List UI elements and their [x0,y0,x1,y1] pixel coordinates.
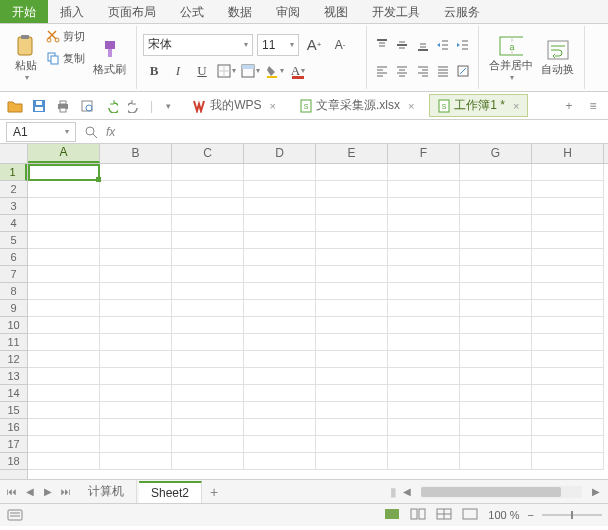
cell[interactable] [460,266,532,283]
cell[interactable] [388,300,460,317]
cell[interactable] [244,402,316,419]
row-header-2[interactable]: 2 [0,181,27,198]
cell[interactable] [532,249,604,266]
sheet-tab-2[interactable]: Sheet2 [139,481,202,503]
cell[interactable] [388,436,460,453]
cell[interactable] [28,385,100,402]
cell[interactable] [172,232,244,249]
font-color-button[interactable]: A▾ [287,60,309,82]
cell[interactable] [316,300,388,317]
cell[interactable] [388,385,460,402]
cell[interactable] [460,249,532,266]
copy-button[interactable]: 复制 [46,48,85,68]
cell[interactable] [532,164,604,181]
cell[interactable] [460,436,532,453]
cell[interactable] [172,419,244,436]
cell[interactable] [532,453,604,470]
cell[interactable] [388,419,460,436]
doc-tab-wps[interactable]: 我的WPS× [183,94,285,117]
row-header-4[interactable]: 4 [0,215,27,232]
font-name-select[interactable]: 宋体▾ [143,34,253,56]
cell[interactable] [100,453,172,470]
tab-dev[interactable]: 开发工具 [360,0,432,23]
cell[interactable] [28,215,100,232]
cell[interactable] [460,385,532,402]
cell[interactable] [460,181,532,198]
cell[interactable] [460,300,532,317]
cell[interactable] [244,351,316,368]
cell[interactable] [532,317,604,334]
cell[interactable] [244,436,316,453]
cell[interactable] [532,232,604,249]
cell[interactable] [100,402,172,419]
column-header-A[interactable]: A [28,144,100,163]
cell[interactable] [172,283,244,300]
cell[interactable] [28,453,100,470]
cell[interactable] [532,266,604,283]
cell[interactable] [244,453,316,470]
cell[interactable] [316,164,388,181]
next-sheet-button[interactable]: ▶ [40,484,56,500]
cell[interactable] [28,368,100,385]
redo-icon[interactable] [126,97,144,115]
cell[interactable] [172,453,244,470]
cell[interactable] [100,249,172,266]
open-icon[interactable] [6,97,24,115]
cell[interactable] [316,232,388,249]
reading-view-button[interactable] [462,508,480,522]
cell[interactable] [100,232,172,249]
cell[interactable] [28,402,100,419]
cell[interactable] [316,283,388,300]
increase-font-button[interactable]: A+ [303,34,325,56]
align-center-button[interactable] [393,60,411,82]
row-header-12[interactable]: 12 [0,351,27,368]
cell[interactable] [316,419,388,436]
row-header-8[interactable]: 8 [0,283,27,300]
cell[interactable] [460,334,532,351]
cell[interactable] [172,351,244,368]
cell[interactable] [388,164,460,181]
row-header-3[interactable]: 3 [0,198,27,215]
cell[interactable] [388,351,460,368]
cell[interactable] [100,215,172,232]
cell[interactable] [100,300,172,317]
cell[interactable] [532,385,604,402]
sheet-tab-1[interactable]: 计算机 [76,480,137,503]
cell[interactable] [460,317,532,334]
cell[interactable] [244,300,316,317]
cell[interactable] [316,453,388,470]
paste-button[interactable]: 粘贴▾ [10,26,42,89]
fx-button[interactable]: fx [106,125,115,139]
cell[interactable] [172,266,244,283]
cell[interactable] [532,198,604,215]
cell[interactable] [172,402,244,419]
cell[interactable] [388,402,460,419]
add-tab-icon[interactable]: + [560,97,578,115]
format-painter-button[interactable]: 格式刷 [89,26,130,89]
cell[interactable] [316,351,388,368]
align-right-button[interactable] [413,60,431,82]
cell[interactable] [100,164,172,181]
row-header-13[interactable]: 13 [0,368,27,385]
cell[interactable] [172,249,244,266]
merge-center-button[interactable]: a 合并居中▾ [485,26,537,89]
close-icon[interactable]: × [269,100,275,112]
keyboard-icon[interactable] [6,506,24,524]
cell[interactable] [532,436,604,453]
cell[interactable] [28,436,100,453]
orientation-button[interactable] [454,60,472,82]
column-header-B[interactable]: B [100,144,172,163]
tab-layout[interactable]: 页面布局 [96,0,168,23]
cell[interactable] [532,351,604,368]
name-box[interactable]: A1▾ [6,122,76,142]
row-header-9[interactable]: 9 [0,300,27,317]
zoom-level[interactable]: 100 % [488,509,519,521]
cell[interactable] [460,453,532,470]
select-all-corner[interactable] [0,144,28,164]
cell[interactable] [28,198,100,215]
zoom-slider[interactable] [542,514,602,516]
cut-button[interactable]: 剪切 [46,26,85,46]
cell[interactable] [100,334,172,351]
cell[interactable] [172,334,244,351]
tab-formula[interactable]: 公式 [168,0,216,23]
